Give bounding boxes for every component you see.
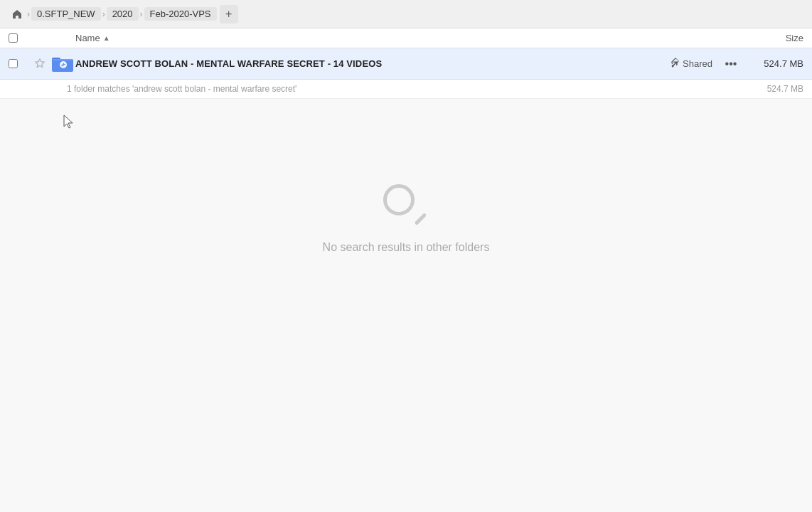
sort-arrow-icon: ▲	[103, 34, 110, 42]
breadcrumb-item-feb[interactable]: Feb-2020-VPS	[144, 7, 217, 21]
cursor-indicator	[61, 114, 75, 131]
file-name-label: ANDREW SCOTT BOLAN - MENTAL WARFARE SECR…	[75, 58, 670, 69]
main-content: Name ▲ Size	[0, 28, 812, 254]
folder-icon	[50, 55, 75, 73]
row-checkbox-col	[9, 59, 30, 68]
more-options-button[interactable]: •••	[721, 54, 741, 74]
add-tab-button[interactable]: +	[220, 5, 238, 23]
table-header: Name ▲ Size	[0, 28, 812, 48]
empty-search-icon	[383, 184, 429, 230]
name-label: Name	[75, 33, 100, 43]
breadcrumb-header: › 0.SFTP_NEW › 2020 › Feb-2020-VPS +	[0, 0, 812, 28]
shared-label: Shared	[683, 58, 712, 69]
empty-state-text: No search results in other folders	[323, 241, 490, 254]
checkbox-all[interactable]	[9, 33, 18, 43]
name-column-header[interactable]: Name ▲	[75, 33, 732, 43]
separator-1: ›	[27, 9, 30, 19]
breadcrumb-item-2020[interactable]: 2020	[107, 7, 139, 21]
match-text: 1 folder matches 'andrew scott bolan - m…	[67, 84, 297, 94]
star-icon[interactable]	[30, 58, 50, 70]
empty-state: No search results in other folders	[0, 184, 812, 254]
file-size-label: 524.7 MB	[747, 58, 803, 69]
table-row[interactable]: ANDREW SCOTT BOLAN - MENTAL WARFARE SECR…	[0, 48, 812, 80]
size-column-header[interactable]: Size	[732, 33, 803, 43]
home-icon[interactable]	[9, 6, 26, 23]
select-all-checkbox[interactable]	[9, 33, 30, 43]
match-size: 524.7 MB	[767, 84, 803, 94]
separator-2: ›	[102, 9, 105, 19]
breadcrumb-item-sftp[interactable]: 0.SFTP_NEW	[31, 7, 101, 21]
separator-3: ›	[140, 9, 143, 19]
match-info-bar: 1 folder matches 'andrew scott bolan - m…	[0, 80, 812, 99]
shared-badge[interactable]: Shared	[670, 58, 712, 69]
row-checkbox[interactable]	[9, 59, 18, 68]
breadcrumb: › 0.SFTP_NEW › 2020 › Feb-2020-VPS +	[9, 5, 238, 23]
